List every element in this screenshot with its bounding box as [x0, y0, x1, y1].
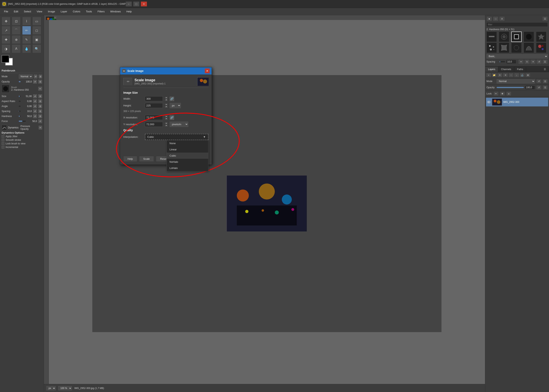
menu-file[interactable]: File: [2, 9, 11, 14]
brush-dupe-btn[interactable]: ⎘: [524, 59, 530, 64]
scale-button[interactable]: Scale: [139, 156, 154, 162]
lock-pixels-btn[interactable]: ✏: [493, 91, 499, 96]
size-menu-icon[interactable]: ☰: [38, 94, 42, 98]
transform-btn[interactable]: ↗: [2, 26, 10, 35]
eraser-btn[interactable]: ◻: [32, 26, 41, 35]
brush-cell-2[interactable]: [499, 32, 509, 42]
x-res-input[interactable]: [145, 115, 163, 120]
interp-select[interactable]: Cubic ▼: [145, 134, 208, 140]
layers-opacity-reset-btn[interactable]: ↺: [536, 85, 542, 90]
res-unit-select[interactable]: pixels/in pixels/mm: [170, 122, 188, 127]
hardness-reset-icon[interactable]: ↺: [33, 114, 37, 118]
dialog-close-button[interactable]: ✕: [205, 69, 210, 73]
spacing-slider[interactable]: [19, 111, 21, 112]
interp-option-linear[interactable]: Linear: [167, 146, 208, 153]
brush-cell-1[interactable]: [486, 32, 497, 42]
angle-reset-icon[interactable]: ↺: [33, 104, 37, 108]
brush-refresh-btn[interactable]: ↺: [536, 59, 542, 64]
height-input[interactable]: [145, 103, 163, 108]
y-res-down-btn[interactable]: ▼: [164, 124, 168, 127]
layers-mode-chain-btn[interactable]: ☰: [543, 79, 548, 84]
angle-slider[interactable]: [19, 106, 21, 107]
aspect-ratio-reset-icon[interactable]: ↺: [33, 99, 37, 103]
menu-filters[interactable]: Filters: [95, 9, 107, 14]
text-btn[interactable]: A: [12, 44, 21, 53]
shear-btn[interactable]: ⌒: [12, 26, 21, 35]
x-res-up-btn[interactable]: ▲: [164, 115, 168, 118]
y-res-input[interactable]: [145, 122, 163, 127]
brush-edit-btn[interactable]: ✏: [518, 59, 524, 64]
canvas-content[interactable]: [49, 20, 485, 387]
menu-help[interactable]: Help: [124, 9, 134, 14]
menu-colors[interactable]: Colors: [70, 9, 83, 14]
force-slider[interactable]: [19, 121, 26, 122]
merge-layers-btn[interactable]: ⊞: [525, 73, 530, 77]
height-up-btn[interactable]: ▲: [164, 103, 168, 106]
brush-cell-6[interactable]: [486, 42, 497, 53]
brush-cell-4[interactable]: [524, 32, 534, 42]
menu-image[interactable]: Image: [45, 9, 57, 14]
link-res-icon[interactable]: 🔗: [170, 115, 174, 120]
mode-menu-icon[interactable]: ☰: [39, 75, 42, 78]
eyedrop-btn[interactable]: 💧: [22, 44, 31, 53]
dynamics-edit-icon[interactable]: ✏: [39, 126, 42, 130]
maximize-button[interactable]: □: [133, 2, 139, 6]
menu-view[interactable]: View: [34, 9, 45, 14]
brush-cell-5[interactable]: [536, 32, 546, 42]
panel-foreground-btn[interactable]: ■: [486, 16, 492, 21]
layers-mode-select[interactable]: Normal: [497, 79, 535, 84]
paintbrush-btn[interactable]: ✏: [22, 26, 31, 35]
tab-channels[interactable]: Channels: [498, 67, 514, 72]
menu-layer[interactable]: Layer: [58, 9, 70, 14]
height-down-btn[interactable]: ▼: [164, 106, 168, 108]
brush-cell-3[interactable]: [511, 32, 522, 42]
rect-select-btn[interactable]: ▭: [32, 17, 41, 26]
brush-category-select[interactable]: Basic,: [486, 54, 548, 58]
opacity-reset-icon[interactable]: ↺: [33, 80, 37, 84]
tab-paths[interactable]: Paths: [514, 67, 526, 72]
brush-more-btn[interactable]: ☰: [542, 59, 548, 64]
interp-option-none[interactable]: None: [167, 140, 208, 146]
opacity-menu-icon[interactable]: ☰: [38, 80, 42, 84]
heal-btn[interactable]: ✚: [2, 35, 10, 44]
menu-tools[interactable]: Tools: [84, 9, 94, 14]
brush-cell-7[interactable]: [499, 42, 509, 53]
anchor-layer-btn[interactable]: ⚓: [520, 73, 525, 77]
panel-menu-btn[interactable]: ☰: [542, 16, 548, 21]
unit-status-select[interactable]: px % in: [46, 386, 56, 390]
brush-filter-input[interactable]: [486, 22, 548, 27]
force-reset-icon[interactable]: ↺: [38, 119, 42, 123]
size-reset-icon[interactable]: ↺: [33, 94, 37, 98]
size-slider[interactable]: [19, 96, 21, 97]
layers-opacity-input[interactable]: [525, 85, 535, 90]
hardness-menu-icon[interactable]: ☰: [38, 114, 42, 118]
bucket-btn[interactable]: ▣: [32, 35, 41, 44]
new-layer-btn[interactable]: +: [486, 73, 491, 77]
lock-position-btn[interactable]: ✚: [500, 91, 505, 96]
brush-cell-8[interactable]: [511, 42, 522, 53]
width-up-btn[interactable]: ▲: [164, 97, 168, 99]
help-button[interactable]: Help: [123, 156, 137, 162]
aspect-ratio-menu-icon[interactable]: ☰: [38, 99, 42, 103]
mode-reset-icon[interactable]: ↺: [34, 75, 37, 78]
link-dimensions-icon[interactable]: 🔗: [170, 97, 174, 101]
move-tool-btn[interactable]: ✥: [2, 17, 10, 26]
menu-select[interactable]: Select: [21, 9, 33, 14]
tab-layers[interactable]: Layers: [485, 67, 498, 72]
apply-jitter-checkbox[interactable]: [2, 135, 4, 138]
delete-layer-btn[interactable]: ✕: [503, 73, 508, 77]
zoom-btn[interactable]: 🔍: [32, 44, 41, 53]
alignment-tool-btn[interactable]: ⊡: [12, 17, 21, 26]
lock-brush-checkbox[interactable]: [2, 142, 4, 145]
dodge-btn[interactable]: ◑: [2, 44, 10, 53]
interp-option-cubic[interactable]: Cubic: [167, 153, 208, 159]
brush-edit-icon[interactable]: ✏: [38, 87, 42, 91]
layers-mode-reset-btn[interactable]: ↺: [536, 79, 542, 84]
angle-menu-icon[interactable]: ☰: [38, 104, 42, 108]
panel-config-btn[interactable]: ☰: [541, 67, 549, 72]
mode-select[interactable]: Normal: [19, 74, 33, 79]
brush-cell-9[interactable]: [524, 42, 534, 53]
y-res-up-btn[interactable]: ▲: [164, 122, 168, 124]
layers-opacity-slider[interactable]: [497, 87, 524, 88]
free-select-btn[interactable]: ⌇: [22, 17, 31, 26]
